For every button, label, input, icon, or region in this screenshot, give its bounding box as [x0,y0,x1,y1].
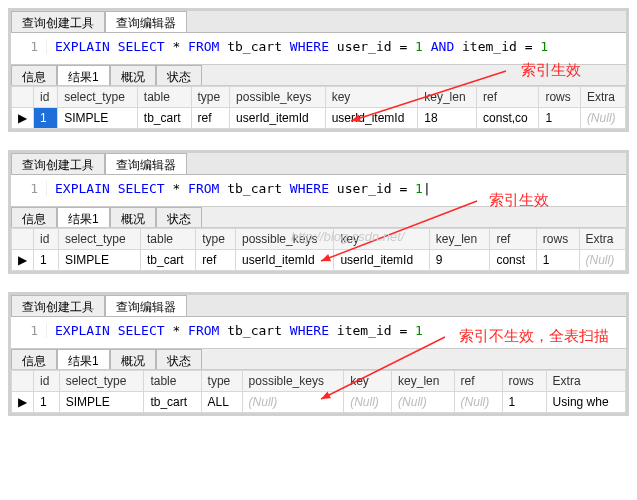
col-type[interactable]: type [191,87,230,108]
line-gutter: 1 [19,323,47,338]
cell-select_type: SIMPLE [59,392,144,413]
query-panel: 查询创建工具查询编辑器1EXPLAIN SELECT * FROM tb_car… [8,150,629,274]
col-key[interactable]: key [334,229,429,250]
row-marker: ▶ [12,392,34,413]
col-possible_keys[interactable]: possible_keys [236,229,334,250]
cell-type: ref [196,250,236,271]
col-id[interactable]: id [34,87,58,108]
col-possible_keys[interactable]: possible_keys [230,87,326,108]
col-type[interactable]: type [196,229,236,250]
col-rows[interactable]: rows [539,87,580,108]
cell-type: ref [191,108,230,129]
col-Extra[interactable]: Extra [580,87,625,108]
col-Extra[interactable]: Extra [579,229,625,250]
table-row[interactable]: ▶1SIMPLEtb_cartrefuserId_itemIduserId_it… [12,108,626,129]
rowmark-header [12,371,34,392]
tab-state[interactable]: 状态 [156,349,202,369]
tab-builder[interactable]: 查询创建工具 [11,153,105,174]
cell-rows: 1 [502,392,546,413]
cell-ref: const,co [477,108,539,129]
tab-builder[interactable]: 查询创建工具 [11,295,105,316]
cell-rows: 1 [536,250,579,271]
cell-key: userId_itemId [325,108,418,129]
cell-ref: const [490,250,536,271]
cell-id: 1 [34,250,59,271]
row-marker: ▶ [12,250,34,271]
col-ref[interactable]: ref [477,87,539,108]
cell-possible_keys: (Null) [242,392,344,413]
col-key[interactable]: key [344,371,392,392]
tab-editor[interactable]: 查询编辑器 [105,11,187,32]
explain-table: idselect_typetabletypepossible_keyskeyke… [11,228,626,271]
col-rows[interactable]: rows [536,229,579,250]
cell-key: (Null) [344,392,392,413]
sql-editor[interactable]: 1EXPLAIN SELECT * FROM tb_cart WHERE use… [11,175,626,206]
cell-id: 1 [34,392,60,413]
tab-editor[interactable]: 查询编辑器 [105,295,187,316]
tabs-result: 信息结果1概况状态 [11,348,626,370]
cell-possible_keys: userId_itemId [236,250,334,271]
cell-table: tb_cart [137,108,191,129]
cell-table: tb_cart [144,392,201,413]
tab-info[interactable]: 信息 [11,65,57,85]
query-panel: 查询创建工具查询编辑器1EXPLAIN SELECT * FROM tb_car… [8,292,629,416]
cell-Extra: Using whe [546,392,625,413]
cell-Extra: (Null) [579,250,625,271]
tab-profile[interactable]: 概况 [110,349,156,369]
col-rows[interactable]: rows [502,371,546,392]
sql-line: EXPLAIN SELECT * FROM tb_cart WHERE user… [47,39,548,54]
cell-key_len: 9 [429,250,490,271]
query-panel: 查询创建工具查询编辑器1EXPLAIN SELECT * FROM tb_car… [8,8,629,132]
sql-editor[interactable]: 1EXPLAIN SELECT * FROM tb_cart WHERE use… [11,33,626,64]
tab-profile[interactable]: 概况 [110,65,156,85]
sql-line: EXPLAIN SELECT * FROM tb_cart WHERE user… [47,181,431,196]
tab-builder[interactable]: 查询创建工具 [11,11,105,32]
line-gutter: 1 [19,39,47,54]
tab-state[interactable]: 状态 [156,207,202,227]
tab-result[interactable]: 结果1 [57,349,110,369]
col-Extra[interactable]: Extra [546,371,625,392]
rowmark-header [12,229,34,250]
tab-info[interactable]: 信息 [11,349,57,369]
cell-rows: 1 [539,108,580,129]
col-table[interactable]: table [137,87,191,108]
col-select_type[interactable]: select_type [58,87,138,108]
cell-table: tb_cart [140,250,195,271]
col-select_type[interactable]: select_type [59,371,144,392]
col-key[interactable]: key [325,87,418,108]
tab-info[interactable]: 信息 [11,207,57,227]
col-possible_keys[interactable]: possible_keys [242,371,344,392]
cell-select_type: SIMPLE [58,250,140,271]
col-table[interactable]: table [140,229,195,250]
cell-key_len: 18 [418,108,477,129]
cell-Extra: (Null) [580,108,625,129]
tab-editor[interactable]: 查询编辑器 [105,153,187,174]
row-marker: ▶ [12,108,34,129]
cell-type: ALL [201,392,242,413]
col-key_len[interactable]: key_len [418,87,477,108]
cell-key_len: (Null) [392,392,455,413]
col-key_len[interactable]: key_len [429,229,490,250]
cell-id: 1 [34,108,58,129]
sql-line: EXPLAIN SELECT * FROM tb_cart WHERE item… [47,323,423,338]
col-key_len[interactable]: key_len [392,371,455,392]
table-row[interactable]: ▶1SIMPLEtb_cartALL(Null)(Null)(Null)(Nul… [12,392,626,413]
col-type[interactable]: type [201,371,242,392]
cell-ref: (Null) [454,392,502,413]
col-select_type[interactable]: select_type [58,229,140,250]
tabs-top: 查询创建工具查询编辑器 [11,11,626,33]
col-table[interactable]: table [144,371,201,392]
tab-result[interactable]: 结果1 [57,207,110,227]
col-id[interactable]: id [34,229,59,250]
col-ref[interactable]: ref [490,229,536,250]
sql-editor[interactable]: 1EXPLAIN SELECT * FROM tb_cart WHERE ite… [11,317,626,348]
cell-possible_keys: userId_itemId [230,108,326,129]
tab-result[interactable]: 结果1 [57,65,110,85]
tab-profile[interactable]: 概况 [110,207,156,227]
col-ref[interactable]: ref [454,371,502,392]
table-row[interactable]: ▶1SIMPLEtb_cartrefuserId_itemIduserId_it… [12,250,626,271]
rowmark-header [12,87,34,108]
tab-state[interactable]: 状态 [156,65,202,85]
col-id[interactable]: id [34,371,60,392]
tabs-result: 信息结果1概况状态 [11,206,626,228]
